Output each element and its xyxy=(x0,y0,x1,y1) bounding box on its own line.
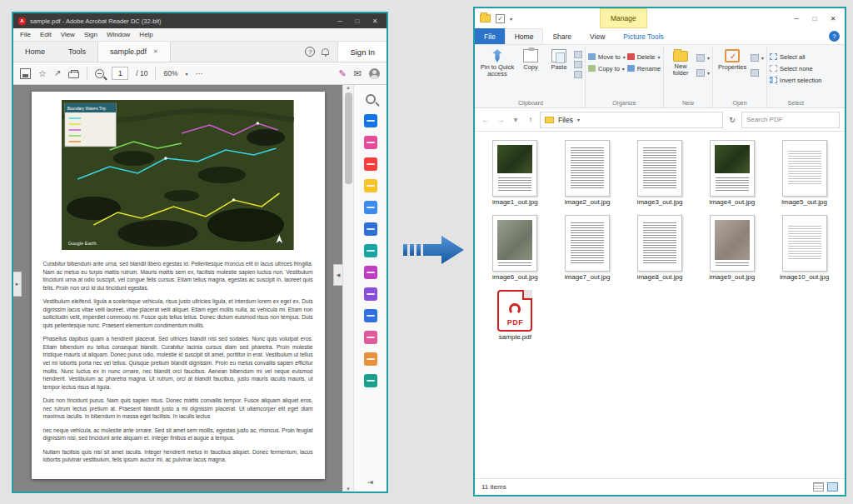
refresh-icon[interactable]: ↻ xyxy=(726,116,738,124)
fit-width-icon[interactable]: ⇥ xyxy=(367,478,374,487)
menu-edit[interactable]: Edit xyxy=(40,31,52,38)
tab-document[interactable]: sample.pdf ✕ xyxy=(97,42,171,62)
file-item[interactable]: image3_out.jpg xyxy=(626,140,694,207)
copy-to-button[interactable]: Copy to ▾ xyxy=(588,62,626,74)
menu-window[interactable]: Window xyxy=(107,31,130,38)
zoom-out-icon[interactable] xyxy=(95,69,104,78)
menu-file[interactable]: File xyxy=(20,31,31,38)
combine-files-icon[interactable] xyxy=(364,201,377,214)
quick-access-chevron-icon[interactable]: ▾ xyxy=(510,16,512,22)
file-item-pdf[interactable]: PDF sample.pdf xyxy=(481,290,549,342)
star-icon[interactable]: ☆ xyxy=(38,69,47,78)
fill-sign-pen-icon[interactable]: ✎ xyxy=(339,69,347,78)
file-item[interactable]: image2_out.jpg xyxy=(554,140,621,207)
minimize-button[interactable]: ─ xyxy=(333,17,347,25)
thumbnails-view-button[interactable] xyxy=(827,482,838,492)
close-document-icon[interactable]: ✕ xyxy=(153,48,158,55)
paste-button[interactable]: Paste xyxy=(546,47,572,71)
forward-icon[interactable]: → xyxy=(495,115,506,124)
file-item[interactable]: image7_out.jpg xyxy=(554,215,621,282)
close-button[interactable]: ✕ xyxy=(368,17,382,25)
menu-help[interactable]: Help xyxy=(139,31,152,38)
menu-sign[interactable]: Sign xyxy=(84,31,97,38)
zoom-chevron-icon[interactable]: ▾ xyxy=(185,71,187,77)
tab-home[interactable]: Home xyxy=(13,42,57,62)
paste-shortcut-icon[interactable] xyxy=(574,71,582,78)
rename-button[interactable]: Rename xyxy=(627,62,661,74)
sign-in-button[interactable]: Sign In xyxy=(337,42,387,62)
organize-pages-icon[interactable] xyxy=(364,222,377,236)
tab-tools[interactable]: Tools xyxy=(57,42,97,62)
details-view-button[interactable] xyxy=(813,482,824,492)
up-icon[interactable]: ↑ xyxy=(525,115,536,124)
page-number-input[interactable] xyxy=(112,67,128,80)
maximize-button[interactable]: □ xyxy=(808,15,821,22)
scrollbar-thumb[interactable] xyxy=(345,92,352,184)
properties-button[interactable]: Properties xyxy=(716,47,749,71)
new-item-button[interactable]: ▾ xyxy=(696,52,710,63)
file-item[interactable]: image10_out.jpg xyxy=(771,215,838,282)
more-tools-ellipsis-icon[interactable]: ⋯ xyxy=(195,69,202,77)
breadcrumb-chevron-icon[interactable]: ▾ xyxy=(577,117,580,122)
comment-icon[interactable] xyxy=(364,179,377,192)
email-icon[interactable]: ✉ xyxy=(354,69,362,78)
close-button[interactable]: ✕ xyxy=(826,15,840,22)
edit-pdf-icon[interactable] xyxy=(364,157,377,171)
help-icon[interactable]: ? xyxy=(305,47,315,57)
fill-sign-icon[interactable] xyxy=(364,266,377,279)
tab-file[interactable]: File xyxy=(475,28,505,44)
search-input[interactable] xyxy=(741,112,840,128)
scroll-up-icon[interactable]: ▲ xyxy=(346,85,351,90)
tab-home[interactable]: Home xyxy=(505,28,544,44)
measure-icon[interactable] xyxy=(364,331,377,344)
open-button[interactable]: ▾ xyxy=(751,52,764,63)
more-tools-icon[interactable] xyxy=(364,374,377,387)
search-icon[interactable] xyxy=(366,94,376,104)
breadcrumb[interactable]: Files ▾ xyxy=(540,112,723,128)
file-item[interactable]: image9_out.jpg xyxy=(698,215,766,282)
compress-pdf-icon[interactable] xyxy=(364,352,377,366)
history-button[interactable] xyxy=(751,67,764,78)
scan-ocr-icon[interactable] xyxy=(364,244,377,257)
file-item[interactable]: image1_out.jpg xyxy=(481,140,549,207)
left-pane-toggle[interactable]: ▸ xyxy=(13,272,22,297)
file-item[interactable]: image5_out.jpg xyxy=(771,140,838,207)
back-icon[interactable]: ← xyxy=(480,115,491,124)
file-item[interactable]: image8_out.jpg xyxy=(626,215,694,282)
file-item[interactable]: image6_out.jpg xyxy=(481,215,549,282)
easy-access-button[interactable]: ▾ xyxy=(696,67,710,78)
scroll-down-icon[interactable]: ▼ xyxy=(346,487,351,492)
quick-access-check-icon[interactable]: ✓ xyxy=(496,14,505,23)
notifications-bell-icon[interactable] xyxy=(322,48,329,55)
move-to-button[interactable]: Move to ▾ xyxy=(588,51,626,62)
select-none-button[interactable]: Select none xyxy=(770,62,821,74)
zoom-level-dropdown[interactable]: 60% xyxy=(163,69,177,77)
copy-path-icon[interactable] xyxy=(574,61,582,68)
help-icon[interactable]: ? xyxy=(829,31,840,42)
tools-pane-collapse[interactable]: ◀ xyxy=(333,264,342,286)
share-icon[interactable]: ↗ xyxy=(54,69,61,77)
tab-share[interactable]: Share xyxy=(543,28,581,44)
select-all-button[interactable]: Select all xyxy=(770,51,821,62)
protect-icon[interactable] xyxy=(364,309,377,322)
send-signature-icon[interactable] xyxy=(364,287,377,301)
document-scroll-area[interactable]: Boundary Waters Trip Google Earth Curabi… xyxy=(13,85,342,492)
copy-button[interactable]: Copy xyxy=(517,47,544,71)
tab-view[interactable]: View xyxy=(581,28,614,44)
minimize-button[interactable]: ─ xyxy=(790,15,803,22)
account-avatar[interactable] xyxy=(369,68,380,79)
tab-picture-tools[interactable]: Picture Tools xyxy=(614,28,673,44)
print-icon[interactable] xyxy=(68,72,79,78)
file-item[interactable]: image4_out.jpg xyxy=(698,140,766,207)
recent-locations-chevron-icon[interactable]: ▾ xyxy=(510,115,521,124)
cut-icon[interactable] xyxy=(574,51,582,58)
menu-view[interactable]: View xyxy=(61,31,75,38)
create-pdf-icon[interactable] xyxy=(364,136,377,149)
maximize-button[interactable]: □ xyxy=(351,17,364,25)
new-folder-button[interactable]: New folder xyxy=(666,47,695,77)
delete-button[interactable]: Delete ▾ xyxy=(627,51,661,62)
pin-to-quick-access-button[interactable]: Pin to Quick access xyxy=(479,47,516,78)
export-pdf-icon[interactable] xyxy=(364,114,377,127)
vertical-scrollbar[interactable]: ▲ ▼ xyxy=(342,85,353,492)
invert-selection-button[interactable]: Invert selection xyxy=(770,74,821,86)
